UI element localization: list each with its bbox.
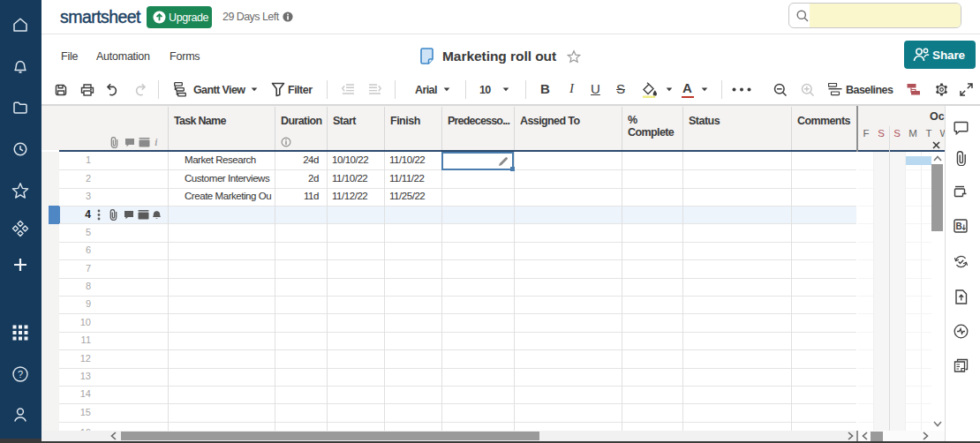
svg-text:B: B bbox=[956, 222, 962, 231]
svg-text:?: ? bbox=[18, 369, 23, 379]
